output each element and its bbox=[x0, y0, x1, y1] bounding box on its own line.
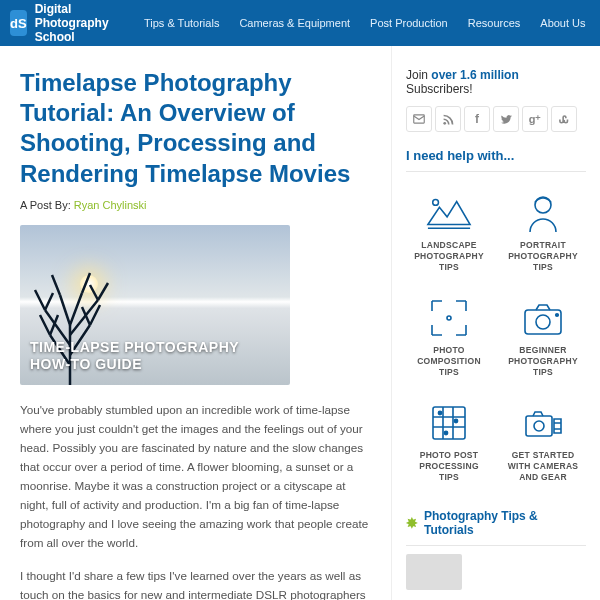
join-count: over 1.6 million bbox=[431, 68, 518, 82]
top-nav: dS Digital Photography School Tips & Tut… bbox=[0, 0, 600, 46]
help-label: PHOTO COMPOSITION TIPS bbox=[410, 345, 488, 378]
sidebar: Join over 1.6 million Subscribers! f g⁺ … bbox=[392, 46, 600, 600]
help-portrait[interactable]: PORTRAIT PHOTOGRAPHY TIPS bbox=[500, 184, 586, 281]
post-icon bbox=[428, 402, 470, 444]
facebook-icon: f bbox=[475, 112, 479, 126]
nav-cameras[interactable]: Cameras & Equipment bbox=[231, 9, 358, 37]
hero-caption: TIME-LAPSE PHOTOGRAPHYHOW-TO GUIDE bbox=[30, 339, 239, 373]
subscribe-cta: Join over 1.6 million Subscribers! bbox=[406, 68, 586, 96]
nav-about[interactable]: About Us bbox=[532, 9, 593, 37]
svg-point-11 bbox=[438, 412, 441, 415]
twitter-icon bbox=[500, 113, 513, 126]
help-post[interactable]: PHOTO POST PROCESSING TIPS bbox=[406, 394, 492, 491]
nav-tips[interactable]: Tips & Tutorials bbox=[136, 9, 227, 37]
help-heading: I need help with... bbox=[406, 148, 586, 172]
beginner-icon bbox=[521, 298, 565, 338]
article-title: Timelapse Photography Tutorial: An Overv… bbox=[20, 68, 373, 189]
join-post: Subscribers! bbox=[406, 82, 473, 96]
paragraph-1: You've probably stumbled upon an incredi… bbox=[20, 401, 373, 553]
help-composition[interactable]: PHOTO COMPOSITION TIPS bbox=[406, 289, 492, 386]
rss-icon bbox=[442, 113, 455, 126]
byline-prefix: A Post By: bbox=[20, 199, 74, 211]
paragraph-2: I thought I'd share a few tips I've lear… bbox=[20, 567, 373, 600]
p2-text-a: I thought I'd share a few tips I've lear… bbox=[20, 569, 373, 600]
svg-point-12 bbox=[454, 420, 457, 423]
social-stumble[interactable] bbox=[551, 106, 577, 132]
svg-rect-10 bbox=[433, 407, 465, 439]
svg-rect-14 bbox=[526, 416, 552, 436]
svg-point-8 bbox=[536, 315, 550, 329]
svg-point-9 bbox=[556, 314, 559, 317]
svg-point-13 bbox=[444, 432, 447, 435]
social-row: f g⁺ bbox=[406, 106, 586, 132]
brand-name: Digital Photography School bbox=[35, 2, 118, 44]
gear-icon bbox=[521, 403, 565, 443]
star-icon: ✸ bbox=[406, 515, 418, 531]
social-email[interactable] bbox=[406, 106, 432, 132]
svg-point-3 bbox=[443, 121, 446, 124]
help-gear[interactable]: GET STARTED WITH CAMERAS AND GEAR bbox=[500, 394, 586, 491]
gplus-icon: g⁺ bbox=[529, 113, 542, 126]
help-grid: LANDSCAPE PHOTOGRAPHY TIPS PORTRAIT PHOT… bbox=[406, 184, 586, 491]
help-landscape[interactable]: LANDSCAPE PHOTOGRAPHY TIPS bbox=[406, 184, 492, 281]
social-facebook[interactable]: f bbox=[464, 106, 490, 132]
portrait-icon bbox=[523, 192, 563, 234]
social-twitter[interactable] bbox=[493, 106, 519, 132]
nav-items: Tips & Tutorials Cameras & Equipment Pos… bbox=[136, 9, 594, 37]
landscape-icon bbox=[426, 193, 472, 233]
svg-point-4 bbox=[433, 200, 439, 206]
help-label: PHOTO POST PROCESSING TIPS bbox=[410, 450, 488, 483]
svg-point-6 bbox=[447, 316, 451, 320]
join-pre: Join bbox=[406, 68, 431, 82]
article: Timelapse Photography Tutorial: An Overv… bbox=[0, 46, 392, 600]
nav-postprod[interactable]: Post Production bbox=[362, 9, 456, 37]
brand[interactable]: dS Digital Photography School bbox=[10, 2, 118, 44]
envelope-icon bbox=[412, 112, 426, 126]
social-rss[interactable] bbox=[435, 106, 461, 132]
byline: A Post By: Ryan Chylinski bbox=[20, 199, 373, 211]
tips-heading: ✸ Photography Tips & Tutorials bbox=[406, 509, 586, 546]
svg-point-15 bbox=[534, 421, 544, 431]
stumble-icon bbox=[558, 113, 571, 126]
logo-icon: dS bbox=[10, 10, 27, 36]
help-label: GET STARTED WITH CAMERAS AND GEAR bbox=[504, 450, 582, 483]
help-beginner[interactable]: BEGINNER PHOTOGRAPHY TIPS bbox=[500, 289, 586, 386]
social-gplus[interactable]: g⁺ bbox=[522, 106, 548, 132]
help-label: BEGINNER PHOTOGRAPHY TIPS bbox=[504, 345, 582, 378]
tips-heading-label: Photography Tips & Tutorials bbox=[424, 509, 586, 537]
composition-icon bbox=[428, 297, 470, 339]
tip-thumbnail[interactable] bbox=[406, 554, 462, 590]
author-link[interactable]: Ryan Chylinski bbox=[74, 199, 147, 211]
help-label: PORTRAIT PHOTOGRAPHY TIPS bbox=[504, 240, 582, 273]
nav-resources[interactable]: Resources bbox=[460, 9, 529, 37]
hero-image: TIME-LAPSE PHOTOGRAPHYHOW-TO GUIDE bbox=[20, 225, 290, 385]
help-label: LANDSCAPE PHOTOGRAPHY TIPS bbox=[410, 240, 488, 273]
